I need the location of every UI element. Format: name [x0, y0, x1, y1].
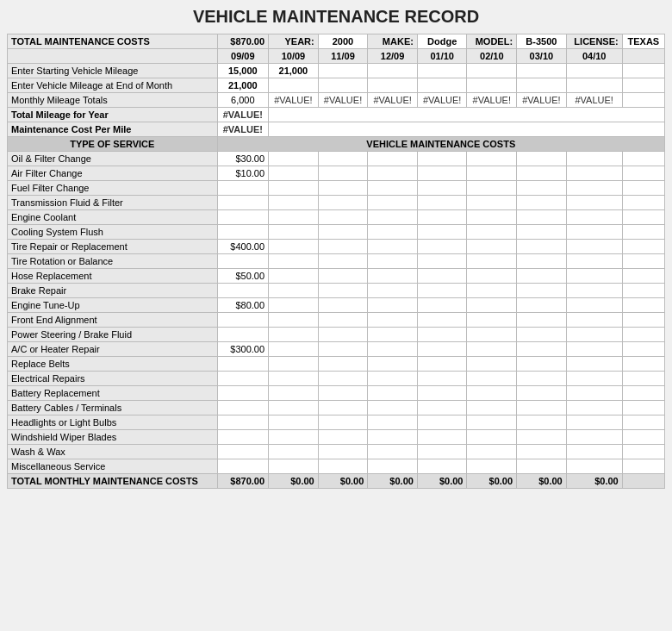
sc-7-4 [417, 254, 467, 269]
sc-21-3 [368, 459, 418, 474]
service-name-7: Tire Rotation or Balance [8, 254, 218, 269]
month-col5: 01/10 [417, 49, 467, 64]
top-header-row: TOTAL MAINTENANCE COSTS $870.00 YEAR: 20… [8, 34, 665, 49]
sc-5-2 [318, 225, 368, 240]
sc-12-3 [368, 328, 418, 342]
service-name-0: Oil & Filter Change [8, 152, 218, 166]
month-col7: 03/10 [517, 49, 567, 64]
sc-20-1 [269, 445, 319, 459]
sc-9-4 [417, 284, 467, 298]
cost-per-mile-value: #VALUE! [217, 122, 269, 137]
mm-err3: #VALUE! [368, 93, 418, 108]
cost-per-mile-row: Maintenance Cost Per Mile #VALUE! [8, 122, 665, 137]
sc-4-8 [622, 210, 664, 225]
service-val-10: $80.00 [217, 298, 269, 313]
sc-19-6 [517, 430, 567, 445]
sc-17-6 [517, 401, 567, 415]
service-name-11: Front End Alignment [8, 313, 218, 328]
total-m-5: $0.00 [467, 474, 517, 489]
sc-8-3 [368, 269, 418, 284]
service-name-5: Cooling System Flush [8, 225, 218, 240]
sc-17-8 [622, 401, 664, 415]
list-item: Cooling System Flush [8, 225, 665, 240]
sc-15-6 [517, 372, 567, 386]
month-col3: 11/09 [318, 49, 368, 64]
list-item: Power Steering / Brake Fluid [8, 328, 665, 342]
mm-err6: #VALUE! [517, 93, 567, 108]
service-val-16 [217, 386, 269, 401]
sc-0-4 [417, 152, 467, 166]
total-m-1: $0.00 [269, 474, 319, 489]
sc-14-4 [417, 357, 467, 372]
cost-per-mile-label: Maintenance Cost Per Mile [8, 122, 218, 137]
sc-13-5 [467, 342, 517, 357]
sc-11-7 [566, 313, 622, 328]
em-c9 [622, 78, 664, 93]
make-value: Dodge [417, 34, 467, 49]
sc-8-6 [517, 269, 567, 284]
sc-9-2 [318, 284, 368, 298]
sc-19-7 [566, 430, 622, 445]
sc-6-5 [467, 240, 517, 254]
service-val-9 [217, 284, 269, 298]
sc-1-1 [269, 166, 319, 181]
sc-5-3 [368, 225, 418, 240]
sc-8-4 [417, 269, 467, 284]
list-item: Windshield Wiper Blades [8, 430, 665, 445]
list-item: Tire Repair or Replacement $400.00 [8, 240, 665, 254]
model-value: B-3500 [517, 34, 567, 49]
sc-2-2 [318, 181, 368, 196]
sc-0-1 [269, 152, 319, 166]
month-row-spacer [8, 49, 218, 64]
sc-2-4 [417, 181, 467, 196]
total-costs-label: TOTAL MAINTENANCE COSTS [8, 34, 218, 49]
service-val-8: $50.00 [217, 269, 269, 284]
total-year-spacer [269, 108, 665, 122]
list-item: Battery Cables / Terminals [8, 401, 665, 415]
sc-2-7 [566, 181, 622, 196]
service-val-7 [217, 254, 269, 269]
sc-3-8 [622, 196, 664, 210]
list-item: Engine Coolant [8, 210, 665, 225]
sc-9-5 [467, 284, 517, 298]
sm-c4 [368, 64, 418, 78]
service-name-19: Windshield Wiper Blades [8, 430, 218, 445]
monthly-mileage-label: Monthly Mileage Totals [8, 93, 218, 108]
service-val-6: $400.00 [217, 240, 269, 254]
sc-13-6 [517, 342, 567, 357]
sc-18-1 [269, 415, 319, 430]
sc-1-8 [622, 166, 664, 181]
service-val-13: $300.00 [217, 342, 269, 357]
sc-13-4 [417, 342, 467, 357]
sc-10-1 [269, 298, 319, 313]
em-c7 [517, 78, 567, 93]
vehicle-costs-header: VEHICLE MAINTENANCE COSTS [217, 137, 664, 152]
ending-mileage-label: Enter Vehicle Mileage at End of Month [8, 78, 218, 93]
sc-18-8 [622, 415, 664, 430]
list-item: Wash & Wax [8, 445, 665, 459]
sc-0-5 [467, 152, 517, 166]
license-label: LICENSE: [566, 34, 622, 49]
sc-9-8 [622, 284, 664, 298]
list-item: Engine Tune-Up $80.00 [8, 298, 665, 313]
sc-20-7 [566, 445, 622, 459]
sc-14-2 [318, 357, 368, 372]
sc-5-1 [269, 225, 319, 240]
sc-15-4 [417, 372, 467, 386]
sc-18-5 [467, 415, 517, 430]
sc-15-8 [622, 372, 664, 386]
sm-c3 [318, 64, 368, 78]
sc-18-3 [368, 415, 418, 430]
sc-6-1 [269, 240, 319, 254]
sc-10-4 [417, 298, 467, 313]
sc-9-3 [368, 284, 418, 298]
year-value: 2000 [318, 34, 368, 49]
list-item: Air Filter Change $10.00 [8, 166, 665, 181]
sc-16-2 [318, 386, 368, 401]
month-row: 09/09 10/09 11/09 12/09 01/10 02/10 03/1… [8, 49, 665, 64]
list-item: Hose Replacement $50.00 [8, 269, 665, 284]
sc-13-2 [318, 342, 368, 357]
sc-2-6 [517, 181, 567, 196]
total-m-8 [622, 474, 664, 489]
sc-0-2 [318, 152, 368, 166]
